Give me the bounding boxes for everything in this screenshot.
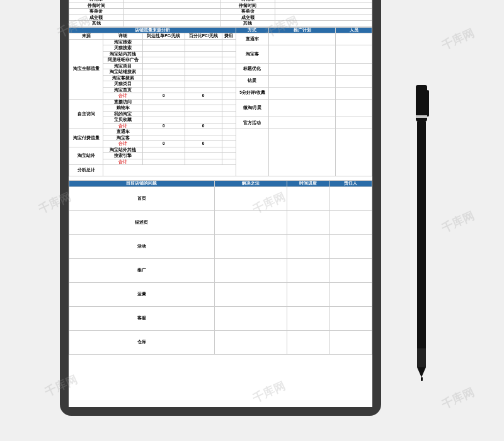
watermark: 千库网: [439, 208, 476, 236]
plan-header: 推广计划: [269, 27, 336, 33]
traffic-table: 店铺流量来源分析 方式 推广计划 人员 来源 详细 到达性单PC/无线 百分比P…: [69, 27, 372, 177]
pen-graphic: [416, 85, 427, 381]
traffic-header: 店铺流量来源分析: [69, 27, 236, 33]
document-screen: 转化率转化率 停留时间停留时间 客单价客单价 成交额成交额 其他其他 店铺流量来…: [69, 0, 372, 407]
tablet-frame: 转化率转化率 停留时间停留时间 客单价客单价 成交额成交额 其他其他 店铺流量来…: [60, 0, 381, 416]
method-header: 方式: [236, 27, 269, 33]
summary-label: 分析总计: [69, 165, 103, 176]
person-header: 人员: [336, 27, 372, 33]
issues-table: 目前店铺的问题 解决之法 时间进度 责任人 首页 描述页 活动 推广 运营 客服…: [69, 180, 372, 355]
watermark: 千库网: [439, 384, 476, 413]
watermark: 千库网: [439, 25, 476, 54]
top-metrics-table: 转化率转化率 停留时间停留时间 客单价客单价 成交额成交额 其他其他: [69, 0, 372, 27]
